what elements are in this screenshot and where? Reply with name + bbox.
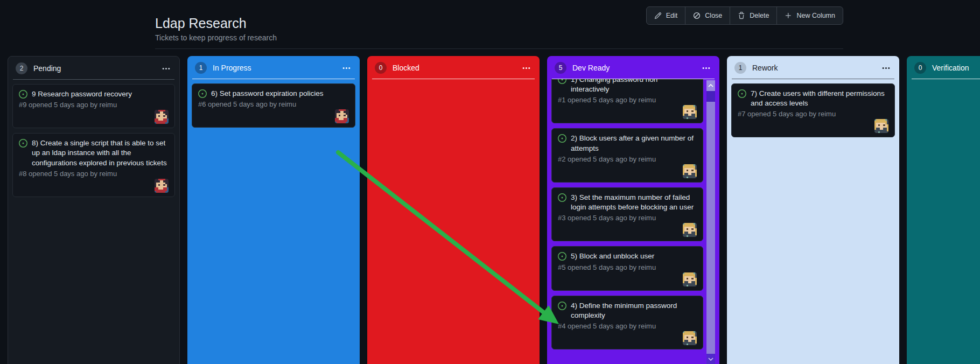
card-meta: #9 opened 5 days ago by reimu <box>19 101 169 109</box>
open-issue-icon <box>558 302 566 310</box>
issue-card[interactable]: 2) Block users after a given number of a… <box>551 128 703 182</box>
card-meta: #7 opened 5 days ago by reimu <box>738 110 888 118</box>
avatar[interactable] <box>683 164 697 178</box>
reimu-avatar-a <box>155 179 169 193</box>
card-list <box>367 79 540 88</box>
avatar-row <box>558 223 697 237</box>
avatar[interactable] <box>683 272 697 286</box>
card-title: 9 Research password recovery <box>32 89 132 99</box>
card-meta: #2 opened 5 days ago by reimu <box>558 155 697 163</box>
column-header: 0Blocked <box>367 56 540 79</box>
kebab-icon <box>522 64 531 73</box>
kebab-icon <box>342 64 351 73</box>
card-list: 9 Research password recovery#9 opened 5 … <box>8 80 179 201</box>
open-issue-icon <box>198 89 207 98</box>
plus-icon <box>785 12 792 19</box>
card-title: 2) Block users after a given number of a… <box>571 134 697 153</box>
issue-card[interactable]: 6) Set password expiration policies#6 op… <box>192 83 355 128</box>
avatar[interactable] <box>683 105 697 119</box>
open-issue-icon <box>558 79 566 84</box>
issue-card[interactable]: 3) Set the maximum number of failed logi… <box>551 187 703 241</box>
card-list: 7) Create users with different permissio… <box>727 79 899 142</box>
column-menu-button[interactable] <box>341 62 352 74</box>
scrollbar-track[interactable] <box>706 91 715 102</box>
column-count-badge: 2 <box>16 62 27 74</box>
close-button[interactable]: Close <box>685 7 730 24</box>
issue-card[interactable]: 4) Define the minimum password complexit… <box>551 296 703 349</box>
page-title: Ldap Research <box>155 16 247 31</box>
card-title-row: 9 Research password recovery <box>19 89 169 99</box>
reimu-avatar-b <box>683 223 697 237</box>
reimu-avatar-a <box>155 110 169 124</box>
card-title-row: 4) Define the minimum password complexit… <box>558 301 697 320</box>
column-title: Blocked <box>393 64 515 72</box>
avatar[interactable] <box>155 110 169 124</box>
issue-card[interactable]: 8) Create a single script that is able t… <box>12 133 175 197</box>
column-header: 5Dev Ready <box>547 56 719 79</box>
column-count-badge: 5 <box>555 62 566 74</box>
open-issue-icon <box>19 90 27 99</box>
card-title: 3) Set the maximum number of failed logi… <box>571 193 697 212</box>
reimu-avatar-a <box>335 109 349 123</box>
avatar-row <box>19 110 169 124</box>
scroll-down-button[interactable] <box>706 354 715 364</box>
card-title-row: 1) Changing password non interactively <box>558 79 697 94</box>
delete-button[interactable]: Delete <box>730 7 776 24</box>
column-dev-ready: 5Dev Ready1) Changing password non inter… <box>547 56 719 364</box>
column-pending: 2Pending9 Research password recovery#9 o… <box>8 56 180 364</box>
column-count-badge: 0 <box>375 62 387 74</box>
card-meta: #3 opened 5 days ago by reimu <box>558 214 697 222</box>
card-title-row: 6) Set password expiration policies <box>198 89 349 99</box>
card-meta: #4 opened 5 days ago by reimu <box>558 322 697 330</box>
card-meta: #8 opened 5 days ago by reimu <box>19 170 169 178</box>
avatar-row <box>558 105 697 119</box>
kanban-board: 2Pending9 Research password recovery#9 o… <box>8 56 980 364</box>
avatar[interactable] <box>683 331 697 345</box>
avatar[interactable] <box>155 179 169 193</box>
issue-card[interactable]: 1) Changing password non interactively#1… <box>551 79 703 123</box>
column-menu-button[interactable] <box>160 63 172 74</box>
avatar-row <box>738 119 888 133</box>
new-column-button[interactable]: New Column <box>776 7 843 24</box>
column-count-badge: 0 <box>914 62 926 74</box>
pencil-icon <box>654 12 662 19</box>
avatar-row <box>19 179 169 193</box>
column-title: Rework <box>752 64 874 72</box>
column-menu-button[interactable] <box>701 62 712 74</box>
card-title-row: 7) Create users with different permissio… <box>738 89 888 108</box>
card-title: 4) Define the minimum password complexit… <box>571 301 697 320</box>
column-menu-button[interactable] <box>880 62 892 74</box>
open-issue-icon <box>738 89 746 98</box>
column-count-badge: 1 <box>734 62 746 74</box>
card-title-row: 3) Set the maximum number of failed logi… <box>558 193 697 212</box>
avatar[interactable] <box>683 223 697 237</box>
column-scrollbar <box>706 80 715 364</box>
page-description: Tickets to keep progress of research <box>155 33 277 42</box>
avatar[interactable] <box>874 119 888 133</box>
reimu-avatar-b <box>683 331 697 345</box>
avatar[interactable] <box>335 109 349 123</box>
edit-button[interactable]: Edit <box>647 7 685 24</box>
card-title: 5) Block and unblock user <box>571 251 654 261</box>
column-header: 1Rework <box>727 56 899 79</box>
scroll-up-button[interactable] <box>706 80 715 91</box>
reimu-avatar-b <box>683 105 697 119</box>
card-title: 1) Changing password non interactively <box>571 79 697 94</box>
scrollbar-thumb[interactable] <box>706 102 715 354</box>
avatar-row <box>198 109 349 123</box>
chevron-up-icon <box>708 84 713 87</box>
avatar-row <box>558 331 697 345</box>
column-blocked: 0Blocked <box>367 56 540 364</box>
circle-slash-icon <box>693 12 701 19</box>
column-title: Dev Ready <box>572 64 695 72</box>
reimu-avatar-b <box>874 119 888 133</box>
issue-card[interactable]: 5) Block and unblock user#5 opened 5 day… <box>551 246 703 290</box>
column-menu-button[interactable] <box>521 62 532 74</box>
reimu-avatar-b <box>683 272 697 286</box>
issue-card[interactable]: 7) Create users with different permissio… <box>731 83 895 137</box>
button-label: New Column <box>796 12 835 19</box>
issue-card[interactable]: 9 Research password recovery#9 opened 5 … <box>12 84 175 128</box>
column-verification: 0Verification <box>907 56 980 364</box>
column-header: 2Pending <box>8 57 179 79</box>
card-meta: #5 opened 5 days ago by reimu <box>558 263 697 271</box>
